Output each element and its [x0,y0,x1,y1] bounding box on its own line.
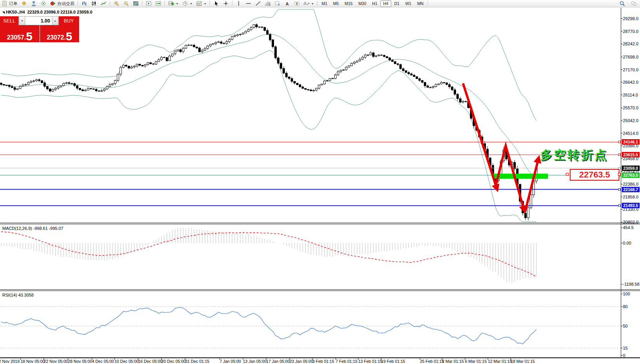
symbol-label: HK50-,H4 [6,10,25,14]
buy-price-pip: 5 [66,32,72,41]
volume-input[interactable]: 1.00 [25,16,52,25]
price-tick-label: 22386.0 [623,182,638,186]
macd-scale-label: 454.5 [623,225,634,230]
price-tick-label: 26114.0 [623,93,638,97]
macd-name: MACD(12,26,9) [2,226,32,231]
price-tick-label: 29298.0 [623,16,638,21]
date-tick-label: 7 Jan 05:00 [220,359,241,364]
price-tag-box: 22763.5 [570,169,619,181]
macd-values: -998.61 -995.07 [33,226,63,231]
price-line-badge: 22168.7 [622,187,640,192]
price-tick-label: 25042.0 [623,118,638,123]
date-tick-label: 18 Nov 05:00 [21,359,45,364]
price-tick-label: 27170.0 [623,67,638,72]
price-tick-label: 26642.0 [623,80,638,85]
date-tick-label: 31 Dec 01:15 [185,359,209,364]
level-line-handle[interactable] [618,154,621,156]
date-tick-label: 13 Feb 01:15 [358,359,382,364]
level-line-handle[interactable] [618,204,621,207]
sell-price-main: 23057 [7,35,24,41]
price-tag-right-handle[interactable] [618,173,621,176]
date-tick-label: 18 Mar 01:15 [511,359,535,364]
date-tick-label: 7 Feb 01:15 [336,359,357,364]
price-tag-left-handle[interactable] [566,173,569,176]
date-tick-label: 12 Mar 01:15 [488,359,512,364]
date-tick-label: 17 Jan 05:00 [266,359,290,364]
buy-price[interactable]: 23072 . 5 [40,25,80,42]
rsi-value: 43.3058 [18,293,34,297]
price-line-badge: 22763.5 [622,173,640,178]
macd-scale-label: 0.00 [623,241,631,245]
rsi-scale-label: 0 [623,353,625,358]
date-tick-label: 3 Feb 01:15 [312,359,334,364]
date-tick-label: 20 Dec 05:00 [161,359,186,364]
rsi-name: RSI(14) [2,293,17,297]
price-tick-label: 28242.0 [623,41,638,46]
price-tick-label: 25570.0 [623,105,638,110]
turning-point-annotation: 多空转折点 [540,147,608,163]
price-tick-label: 28770.0 [623,29,638,34]
date-tick-label: 23 Jan 05:00 [290,359,313,364]
chart-marker-icon: ◥ [2,11,5,14]
price-tick-label: 21858.0 [623,195,638,199]
buy-price-main: 23072 [47,35,64,41]
sell-button[interactable]: SELL [0,16,19,25]
date-tick-label: 28 Nov 05:00 [68,359,92,364]
date-tick-label: 13 Jan 05:00 [243,359,267,364]
mt4-window: 订单自动交易▼▼▼EFAT▼M1M5M15M30H1H4D1W1MN ◥HK50… [0,0,640,364]
price-line-badge: 23059.0 [622,166,640,171]
one-click-trading-panel: SELL ▼ 1.00 ▲ BUY 23057 . 5 23072 . 5 [0,16,79,42]
price-line-badge: 21493.5 [622,203,640,208]
macd-scale-label: -1198.58 [623,282,640,286]
rsi-scale-label: 50 [623,324,628,328]
rsi-label: RSI(14) 43.3058 [2,293,34,297]
volume-decrease-button[interactable]: ▼ [19,16,25,25]
price-tick-label: 27698.0 [623,55,638,59]
buy-button[interactable]: BUY [58,16,79,25]
macd-label: MACD(12,26,9) -998.61 -995.07 [2,226,63,231]
rsi-scale-label: 100 [623,292,630,296]
ohlc-values: 22329.0 23096.0 22116.0 23059.0 [27,10,92,14]
sell-price-pip: 5 [26,32,33,41]
price-tick-label: 24514.0 [623,131,638,136]
date-tick-label: 4 Dec 05:00 [92,359,114,364]
level-line-handle[interactable] [618,188,621,191]
date-tick-label: 19 Feb 01:15 [381,359,405,364]
date-tick-label: 12 Nov 2019 [0,359,20,364]
level-line-handle[interactable] [618,141,621,143]
chart-canvas[interactable] [0,0,640,364]
rsi-scale-label: 15 [623,346,628,350]
rsi-scale-label: 80 [623,304,628,309]
date-tick-label: 10 Dec 05:00 [114,359,139,364]
date-tick-label: 16 Dec 05:00 [138,359,162,364]
date-tick-label: 22 Nov 05:00 [44,359,68,364]
date-tick-label: 2 Mar 01:15 [442,359,464,364]
price-tick-label: 20802.0 [623,220,638,224]
date-tick-label: 25 Feb 01:15 [420,359,444,364]
price-line-badge: 23615.5 [622,152,640,157]
volume-increase-button[interactable]: ▲ [52,16,58,25]
price-line-badge: 24146.1 [622,139,640,145]
date-tick-label: 6 Mar 01:15 [465,359,487,364]
chart-ohlc-header: ◥HK50-,H4 22329.0 23096.0 22116.0 23059.… [2,10,92,14]
sell-price[interactable]: 23057 . 5 [0,25,40,42]
